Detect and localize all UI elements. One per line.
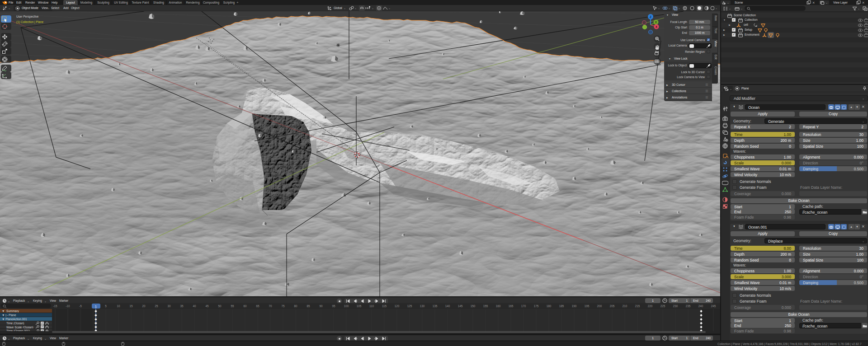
svg-text:75: 75 — [281, 304, 285, 308]
svg-text:20: 20 — [142, 304, 146, 308]
svg-text:225: 225 — [660, 304, 665, 308]
svg-text:175: 175 — [534, 304, 539, 308]
svg-text:35: 35 — [180, 304, 184, 308]
svg-text:100: 100 — [344, 304, 349, 308]
svg-text:220: 220 — [648, 304, 653, 308]
svg-text:215: 215 — [635, 304, 640, 308]
svg-text:-10: -10 — [66, 304, 70, 308]
svg-text:120: 120 — [395, 304, 400, 308]
svg-text:70: 70 — [269, 304, 272, 308]
svg-text:80: 80 — [294, 304, 297, 308]
svg-text:1: 1 — [95, 305, 97, 308]
svg-text:190: 190 — [572, 304, 577, 308]
svg-text:150: 150 — [471, 304, 476, 308]
svg-text:-15: -15 — [53, 304, 57, 308]
svg-text:50: 50 — [218, 304, 222, 308]
svg-text:145: 145 — [458, 304, 463, 308]
svg-text:235: 235 — [686, 304, 691, 308]
svg-text:X: X — [656, 25, 658, 28]
svg-text:25: 25 — [155, 304, 158, 308]
svg-text:-5: -5 — [79, 304, 82, 308]
svg-text:15: 15 — [129, 304, 133, 308]
svg-text:135: 135 — [433, 304, 438, 308]
svg-text:85: 85 — [307, 304, 310, 308]
svg-text:170: 170 — [521, 304, 526, 308]
svg-text:65: 65 — [256, 304, 259, 308]
svg-text:5: 5 — [105, 304, 107, 308]
svg-text:Y: Y — [655, 21, 657, 24]
svg-text:240: 240 — [698, 304, 703, 308]
svg-text:125: 125 — [407, 304, 412, 308]
svg-text:130: 130 — [420, 304, 425, 308]
svg-text:Z: Z — [650, 15, 651, 19]
svg-text:180: 180 — [547, 304, 552, 308]
svg-text:165: 165 — [509, 304, 514, 308]
svg-text:185: 185 — [559, 304, 564, 308]
svg-text:210: 210 — [623, 304, 627, 308]
svg-text:30: 30 — [167, 304, 171, 308]
svg-text:45: 45 — [205, 304, 209, 308]
svg-text:230: 230 — [673, 304, 678, 308]
svg-text:200: 200 — [597, 304, 602, 308]
svg-text:140: 140 — [445, 304, 450, 308]
svg-text:245: 245 — [711, 304, 716, 308]
svg-text:60: 60 — [243, 304, 247, 308]
svg-text:160: 160 — [496, 304, 501, 308]
svg-text:90: 90 — [319, 304, 323, 308]
svg-text:105: 105 — [357, 304, 362, 308]
svg-text:155: 155 — [483, 304, 488, 308]
svg-text:55: 55 — [231, 304, 234, 308]
svg-text:195: 195 — [585, 304, 590, 308]
svg-text:40: 40 — [193, 304, 196, 308]
svg-text:205: 205 — [610, 304, 615, 308]
svg-text:110: 110 — [369, 304, 374, 308]
svg-text:115: 115 — [382, 304, 387, 308]
svg-text:10: 10 — [117, 304, 120, 308]
svg-text:95: 95 — [332, 304, 335, 308]
